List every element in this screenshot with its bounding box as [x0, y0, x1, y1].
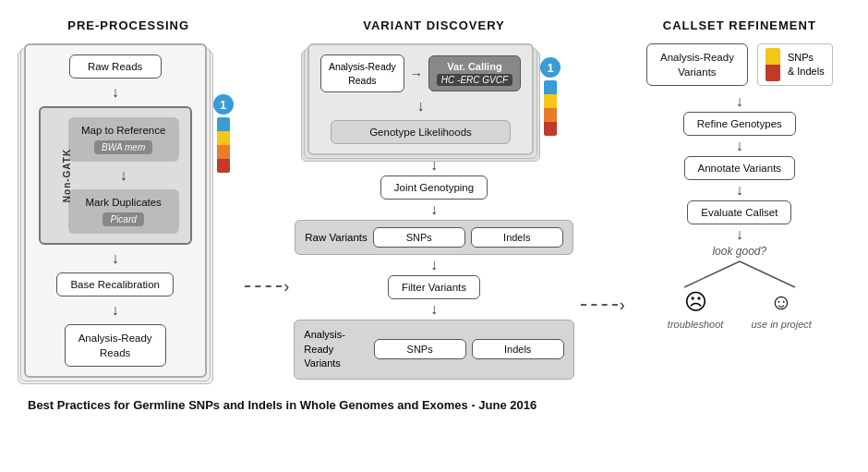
cr-arrow-2: ↓ — [736, 139, 743, 153]
cr-arrow-3: ↓ — [736, 183, 743, 198]
ar-reads-box: Analysis-Ready Reads — [320, 54, 404, 92]
raw-reads-box: Raw Reads — [69, 54, 162, 79]
connector-2: › — [579, 296, 625, 380]
tab-yellow — [217, 131, 230, 145]
filter-variants-box: Filter Variants — [388, 275, 480, 299]
vd-tab-blue — [544, 80, 557, 94]
diagram-area: PRE-PROCESSING Raw Reads ↓ — [18, 18, 850, 380]
preproc-stack: Raw Reads ↓ Non-GATK Map to Reference BW… — [24, 43, 207, 378]
arrow-arv: ↓ — [430, 302, 438, 317]
vd-color-tab — [544, 80, 557, 136]
vd-tab-orange — [544, 108, 557, 122]
legend-text: SNPs & Indels — [788, 51, 825, 79]
preproc-color-tab — [217, 117, 230, 173]
vd-badge-number: 1 — [540, 57, 561, 78]
indels2-box: Indels — [472, 339, 564, 359]
svg-line-1 — [740, 261, 795, 287]
arrow-3: ↓ — [112, 251, 119, 266]
evaluate-callset-box: Evaluate Callset — [687, 200, 791, 224]
arrow-4: ↓ — [112, 303, 119, 318]
vd-tab-red — [544, 122, 557, 136]
vd-title: VARIANT DISCOVERY — [363, 18, 505, 32]
legend-snp-color — [766, 48, 780, 65]
nongatk-label: Non-GATK — [61, 149, 71, 202]
ar-variants-label: Analysis-Ready Variants — [304, 328, 368, 370]
hc-erc-label: HC -ERC GVCF — [437, 74, 512, 86]
arrow-1: ↓ — [112, 85, 119, 100]
indels-box: Indels — [471, 227, 563, 248]
raw-variants-label: Raw Variants — [305, 232, 368, 243]
connector-1: › — [243, 277, 289, 380]
arrow-fv: ↓ — [430, 258, 438, 272]
cr-section: CALLSET REFINEMENT Analysis-Ready Varian… — [625, 18, 850, 330]
tab-blue — [217, 117, 230, 131]
vd-section: VARIANT DISCOVERY Analysis-Ready Reads →… — [289, 18, 578, 380]
vd-top-row: Analysis-Ready Reads → Var. Calling HC -… — [320, 54, 521, 92]
troubleshoot-label: troubleshoot — [668, 319, 724, 330]
preproc-section: PRE-PROCESSING Raw Reads ↓ — [18, 18, 243, 378]
sad-smiley: ☹ — [684, 289, 707, 315]
vd-stack: Analysis-Ready Reads → Var. Calling HC -… — [307, 43, 534, 155]
cr-ar-variants-box: Analysis-Ready Variants — [646, 43, 748, 86]
mark-dup-container: Mark Duplicates Picard — [68, 189, 179, 234]
dashed-line-1 — [245, 285, 282, 287]
preproc-badges: 1 — [211, 94, 234, 173]
branches-container: ☹ troubleshoot ☺ use in project — [668, 289, 812, 330]
cr-top-row: Analysis-Ready Variants SNPs & Indels — [646, 43, 833, 86]
annotate-variants-box: Annotate Variants — [684, 156, 796, 180]
vd-inner-frame: Analysis-Ready Reads → Var. Calling HC -… — [307, 43, 534, 155]
use-in-project-branch: ☺ use in project — [751, 289, 811, 330]
base-recal-box: Base Recalibration — [56, 272, 174, 297]
refine-genotypes-box: Refine Genotypes — [683, 112, 796, 136]
arrow-2: ↓ — [120, 168, 127, 183]
arrow-right-vd: → — [410, 67, 423, 81]
bwa-mem-label: BWA mem — [94, 140, 152, 154]
analysis-ready-reads-box: Analysis-Ready Reads — [65, 324, 166, 367]
preproc-content: Raw Reads ↓ Non-GATK Map to Reference BW… — [39, 54, 192, 367]
troubleshoot-branch: ☹ troubleshoot — [668, 289, 724, 330]
joint-genotyping-box: Joint Genotyping — [380, 175, 488, 200]
cr-title: CALLSET REFINEMENT — [663, 18, 816, 32]
snps-box: SNPs — [373, 227, 465, 248]
cr-arrow-4: ↓ — [736, 227, 743, 242]
picard-label: Picard — [102, 212, 143, 226]
preproc-frame: Raw Reads ↓ Non-GATK Map to Reference BW… — [24, 43, 207, 378]
dashed-line-2 — [581, 304, 618, 306]
use-in-project-label: use in project — [751, 319, 811, 330]
preproc-title: PRE-PROCESSING — [67, 18, 189, 32]
nongatk-outer: Non-GATK Map to Reference BWA mem ↓ Mark… — [39, 106, 192, 245]
footer-text: Best Practices for Germline SNPs and Ind… — [18, 398, 850, 412]
legend-color — [766, 48, 780, 81]
snps2-box: SNPs — [374, 339, 466, 359]
main-container: PRE-PROCESSING Raw Reads ↓ — [18, 18, 850, 412]
happy-smiley: ☺ — [770, 289, 793, 315]
legend-box: SNPs & Indels — [757, 43, 833, 86]
legend-indel-color — [766, 65, 780, 81]
look-good-label: look good? — [712, 245, 766, 258]
arrow-geno: ↓ — [416, 99, 424, 114]
cr-arrow-1: ↓ — [736, 94, 743, 109]
vd-tab-yellow — [544, 94, 557, 108]
map-ref-container: Map to Reference BWA mem — [68, 117, 179, 162]
tab-orange — [217, 145, 230, 159]
preproc-badge-number: 1 — [213, 94, 234, 115]
geno-likelihoods-box: Genotype Likelihoods — [331, 120, 511, 144]
vd-badges: 1 — [537, 57, 561, 136]
ar-variants-row: Analysis-Ready Variants SNPs Indels — [294, 320, 573, 379]
mark-dup-label: Mark Duplicates — [85, 197, 161, 208]
arrow-rv: ↓ — [430, 202, 438, 217]
branch-lines — [666, 261, 814, 289]
svg-line-0 — [684, 261, 740, 287]
var-calling-box: Var. Calling HC -ERC GVCF — [428, 55, 521, 91]
map-ref-label: Map to Reference — [81, 125, 165, 136]
raw-variants-row: Raw Variants SNPs Indels — [295, 220, 573, 255]
tab-red — [217, 159, 230, 173]
